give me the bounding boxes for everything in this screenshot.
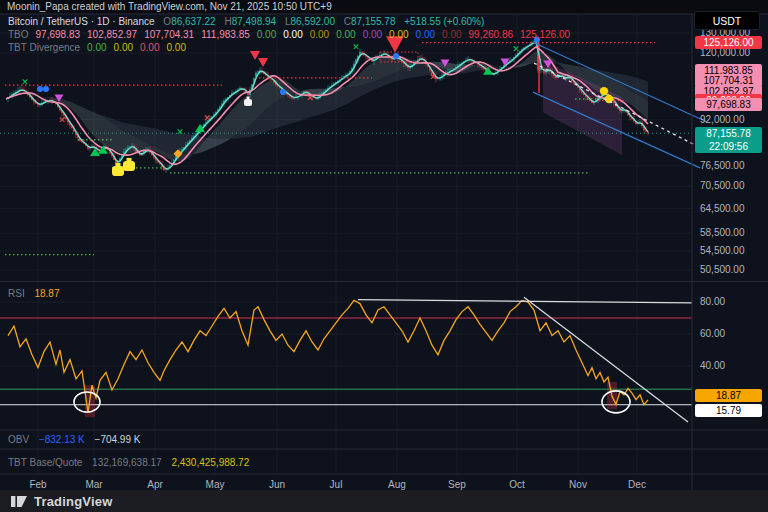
tbt-base-value: 132,169,638.17 — [92, 457, 162, 468]
price-tick-label: 76,500.00 — [700, 160, 745, 172]
price-tick-label: 50,500.00 — [700, 264, 745, 276]
month-label: Dec — [617, 479, 657, 490]
symbol-title: Bitcoin / TetherUS · 1D · Binance — [8, 16, 155, 27]
tbt-quote-value: 2,430,425,988.72 — [171, 457, 249, 468]
indicator-value: 0.00 — [336, 29, 355, 40]
high-label: H — [224, 16, 231, 27]
low-value: 86,592.00 — [290, 16, 335, 27]
price-tick-label: 58,500.00 — [700, 227, 745, 239]
obv-label: OBV — [8, 434, 29, 445]
tradingview-logo-icon — [10, 494, 28, 509]
svg-text:✕: ✕ — [203, 113, 211, 123]
obv-value-2: −704.99 K — [95, 434, 141, 445]
indicator-value: 0.00 — [442, 29, 461, 40]
symbol-legend[interactable]: Bitcoin / TetherUS · 1D · Binance O86,63… — [8, 16, 484, 27]
close-value: 87,155.78 — [351, 16, 396, 27]
rsi-value: 18.87 — [34, 288, 59, 299]
price-tick-label: 54,500.00 — [700, 245, 745, 257]
tbt-divergence-legend[interactable]: TBT Divergence0.000.000.000.00 — [8, 42, 186, 53]
tradingview-logo-text: TradingView — [34, 494, 113, 509]
svg-text:✕: ✕ — [429, 72, 437, 82]
svg-text:✕: ✕ — [512, 44, 520, 54]
tbt-divergence-label: TBT Divergence — [8, 42, 80, 53]
indicator-value: 0.00 — [140, 42, 159, 53]
svg-text:✕: ✕ — [306, 93, 314, 103]
rsi-badge: 15.79 — [695, 404, 762, 417]
close-label: C — [344, 16, 351, 27]
indicator-value: 0.00 — [166, 42, 185, 53]
price-tick-label: 92,000.00 — [700, 114, 745, 126]
month-label: May — [195, 479, 235, 490]
price-tick-label: 64,500.00 — [700, 203, 745, 215]
tbt-base-quote-legend[interactable]: TBT Base/Quote 132,169,638.17 2,430,425,… — [8, 457, 249, 468]
indicator-value: 0.00 — [87, 42, 106, 53]
open-value: 86,637.22 — [171, 16, 216, 27]
indicator-value: 97,698.83 — [36, 29, 81, 40]
price-badge: 97,698.83 — [695, 98, 762, 111]
indicator-value: 0.00 — [416, 29, 435, 40]
month-label: Sep — [437, 479, 477, 490]
indicator-value: 102,852.97 — [87, 29, 137, 40]
indicator-value: 0.00 — [310, 29, 329, 40]
indicator-value: 0.00 — [257, 29, 276, 40]
month-label: Mar — [74, 479, 114, 490]
rsi-tick-label: 40.00 — [700, 360, 725, 372]
month-label: Aug — [377, 479, 417, 490]
svg-text:✕: ✕ — [352, 42, 360, 52]
tradingview-chart: Moonin_Papa created with TradingView.com… — [0, 0, 768, 512]
month-label: Jul — [316, 479, 356, 490]
month-label: Feb — [18, 479, 58, 490]
currency-toggle-usdt[interactable]: USDT — [694, 11, 760, 30]
tbo-label: TBO — [8, 29, 29, 40]
open-label: O — [163, 16, 171, 27]
indicator-value: 0.00 — [114, 42, 133, 53]
indicator-value: 107,704.31 — [144, 29, 194, 40]
change-value: +518.55 (+0.60%) — [404, 16, 484, 27]
high-value: 87,498.94 — [232, 16, 277, 27]
svg-text:✕: ✕ — [176, 127, 184, 137]
indicator-value: 0.00 — [283, 29, 302, 40]
month-label: Oct — [497, 479, 537, 490]
price-tick-label: 70,500.00 — [700, 180, 745, 192]
rsi-tick-label: 80.00 — [700, 296, 725, 308]
svg-text:✕: ✕ — [21, 77, 29, 87]
indicator-value: 0.00 — [389, 29, 408, 40]
month-label: Jun — [257, 479, 297, 490]
indicator-value: 0.00 — [363, 29, 382, 40]
price-badge: 125,126.00 — [695, 36, 762, 49]
month-label: Apr — [135, 479, 175, 490]
indicator-value: 111,983.85 — [201, 29, 250, 40]
rsi-label: RSI — [8, 288, 25, 299]
rsi-tick-label: 60.00 — [700, 328, 725, 340]
rsi-legend[interactable]: RSI 18.87 — [8, 288, 59, 299]
svg-text:✕: ✕ — [58, 115, 66, 125]
obv-legend[interactable]: OBV −832.13 K −704.99 K — [8, 434, 140, 445]
indicator-value: 125,126.00 — [520, 29, 570, 40]
bottom-toolbar: TradingView — [0, 490, 768, 512]
tbt-base-quote-label: TBT Base/Quote — [8, 457, 82, 468]
rsi-badge: 18.87 — [695, 389, 762, 402]
obv-value-1: −832.13 K — [39, 434, 85, 445]
month-label: Nov — [558, 479, 598, 490]
tbo-indicator-legend[interactable]: TBO97,698.83102,852.97107,704.31111,983.… — [8, 29, 570, 40]
indicator-value: 99,260.86 — [469, 29, 514, 40]
price-badge: 87,155.7822:09:56 — [695, 127, 762, 153]
